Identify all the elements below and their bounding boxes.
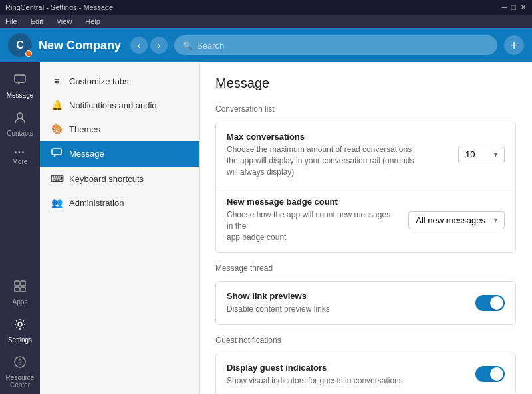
title-bar: RingCentral - Settings - Message ─ □ ✕ xyxy=(0,0,532,15)
search-placeholder: Search xyxy=(197,41,224,50)
menu-edit[interactable]: Edit xyxy=(28,17,46,25)
svg-point-6 xyxy=(18,322,22,326)
message-thread-header: Message thread xyxy=(215,264,516,273)
max-conversations-desc: Choose the maximum amount of read conver… xyxy=(227,144,448,177)
badge-count-row: New message badge count Choose how the a… xyxy=(216,187,515,252)
add-button[interactable]: + xyxy=(504,35,524,55)
avatar[interactable]: C xyxy=(8,33,32,57)
guest-indicators-label: Display guest indicators xyxy=(227,363,465,373)
max-conversations-control[interactable]: 10 xyxy=(458,146,505,163)
nav-item-administration[interactable]: 👥 Administration xyxy=(40,191,199,215)
sidebar-item-settings[interactable]: Settings xyxy=(0,312,40,349)
sidebar-label-apps: Apps xyxy=(13,298,28,306)
svg-rect-9 xyxy=(52,149,61,155)
menu-bar: File Edit View Help xyxy=(0,15,532,28)
nav-label-customize-tabs: Customize tabs xyxy=(69,76,129,86)
badge-count-value: All new messages xyxy=(416,215,485,225)
sidebar-item-contacts[interactable]: Contacts xyxy=(0,106,40,142)
company-name: New Company xyxy=(39,39,121,52)
badge-count-control[interactable]: All new messages xyxy=(408,211,505,229)
themes-icon: 🎨 xyxy=(51,124,63,134)
guest-indicators-toggle[interactable] xyxy=(475,366,505,382)
svg-text:?: ? xyxy=(18,359,22,366)
menu-help[interactable]: Help xyxy=(82,17,103,25)
svg-point-1 xyxy=(17,113,23,118)
page-title: Message xyxy=(215,76,516,91)
nav-item-keyboard[interactable]: ⌨ Keyboard shortcuts xyxy=(40,167,199,191)
svg-rect-5 xyxy=(21,287,25,292)
nav-item-customize-tabs[interactable]: ≡ Customize tabs xyxy=(40,69,199,93)
sidebar-item-apps[interactable]: Apps xyxy=(0,274,40,311)
nav-arrows: ‹ › xyxy=(130,37,168,54)
keyboard-icon: ⌨ xyxy=(51,173,63,184)
search-icon: 🔍 xyxy=(182,41,193,50)
sidebar-item-message[interactable]: Message xyxy=(0,68,40,104)
title-bar-controls: ─ □ ✕ xyxy=(501,3,527,12)
guest-notifications-card: Display guest indicators Show visual ind… xyxy=(215,353,516,394)
guest-indicators-row: Display guest indicators Show visual ind… xyxy=(216,353,515,394)
sidebar-label-more: More xyxy=(13,158,28,165)
sidebar-item-resource-center[interactable]: ? Resource Center xyxy=(0,350,40,394)
customize-tabs-icon: ≡ xyxy=(51,76,63,86)
link-previews-label: Show link previews xyxy=(227,291,465,301)
nav-label-notifications: Notifications and audio xyxy=(69,100,157,110)
badge-count-content: New message badge count Choose how the a… xyxy=(227,197,398,243)
guest-indicators-content: Display guest indicators Show visual ind… xyxy=(227,363,465,387)
link-previews-switch[interactable] xyxy=(475,295,505,311)
menu-file[interactable]: File xyxy=(3,17,20,25)
main-layout: Message Contacts ••• More xyxy=(0,62,532,394)
link-previews-row: Show link previews Disable content previ… xyxy=(216,282,515,324)
sidebar-icons: Message Contacts ••• More xyxy=(0,62,40,394)
max-conversations-value: 10 xyxy=(466,149,475,159)
link-previews-toggle[interactable] xyxy=(475,295,505,311)
nav-message-icon xyxy=(51,148,63,160)
avatar-letter: C xyxy=(16,39,24,51)
nav-label-themes: Themes xyxy=(69,124,100,134)
more-icon: ••• xyxy=(15,149,26,156)
menu-view[interactable]: View xyxy=(54,17,75,25)
settings-nav: ≡ Customize tabs 🔔 Notifications and aud… xyxy=(40,62,200,394)
svg-rect-3 xyxy=(21,281,25,286)
nav-label-message: Message xyxy=(69,149,104,159)
nav-item-themes[interactable]: 🎨 Themes xyxy=(40,117,199,141)
close-button[interactable]: ✕ xyxy=(520,3,527,12)
svg-rect-4 xyxy=(15,287,19,292)
notifications-icon: 🔔 xyxy=(51,100,63,110)
badge-count-label: New message badge count xyxy=(227,197,398,207)
conversation-list-card: Max conversations Choose the maximum amo… xyxy=(215,122,516,253)
contacts-icon xyxy=(13,111,27,128)
sidebar-label-contacts: Contacts xyxy=(7,130,33,137)
resource-center-icon: ? xyxy=(13,355,27,372)
nav-label-administration: Administration xyxy=(69,198,124,208)
back-button[interactable]: ‹ xyxy=(130,37,148,54)
guest-indicators-desc: Show visual indicators for guests in con… xyxy=(227,375,465,387)
guest-indicators-switch[interactable] xyxy=(475,366,505,382)
svg-rect-2 xyxy=(15,281,19,286)
sidebar-label-resource: Resource Center xyxy=(3,374,37,389)
nav-item-message[interactable]: Message xyxy=(40,141,199,167)
guest-notifications-header: Guest notifications xyxy=(215,336,516,345)
max-conversations-row: Max conversations Choose the maximum amo… xyxy=(216,122,515,187)
badge-count-dropdown[interactable]: All new messages xyxy=(408,211,505,229)
max-conversations-content: Max conversations Choose the maximum amo… xyxy=(227,132,448,177)
sidebar-label-settings: Settings xyxy=(8,336,32,344)
nav-item-notifications[interactable]: 🔔 Notifications and audio xyxy=(40,93,199,117)
administration-icon: 👥 xyxy=(51,197,63,208)
search-bar[interactable]: 🔍 Search xyxy=(174,35,497,55)
minimize-button[interactable]: ─ xyxy=(501,3,507,12)
sidebar-label-message: Message xyxy=(7,92,34,99)
max-conversations-dropdown[interactable]: 10 xyxy=(458,146,505,163)
link-previews-desc: Disable content preview links xyxy=(227,304,465,315)
restore-button[interactable]: □ xyxy=(511,3,516,12)
title-bar-title: RingCentral - Settings - Message xyxy=(5,3,113,11)
apps-icon xyxy=(13,280,27,296)
message-icon xyxy=(13,73,27,90)
content-area: Message Conversation list Max conversati… xyxy=(200,62,532,394)
badge-count-desc: Choose how the app will count new messag… xyxy=(227,209,398,243)
avatar-badge xyxy=(25,50,32,57)
sidebar-item-more[interactable]: ••• More xyxy=(0,144,40,171)
nav-label-keyboard: Keyboard shortcuts xyxy=(69,174,144,184)
forward-button[interactable]: › xyxy=(150,37,168,54)
link-previews-content: Show link previews Disable content previ… xyxy=(227,291,465,315)
app-header: C New Company ‹ › 🔍 Search + xyxy=(0,28,532,62)
